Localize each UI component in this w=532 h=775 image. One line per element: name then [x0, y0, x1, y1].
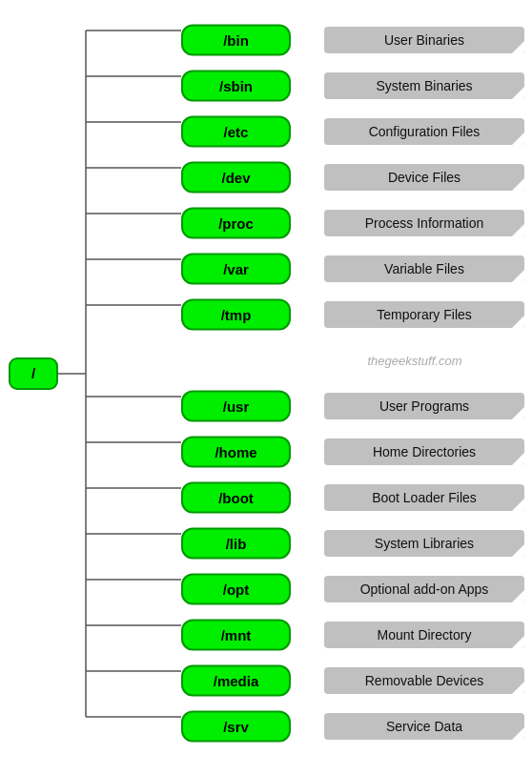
dir-description: Service Data	[324, 713, 524, 740]
dir-node: /tmp	[181, 299, 291, 331]
dir-node: /boot	[181, 482, 291, 514]
dir-description: Process Information	[324, 210, 524, 236]
list-item: /binUser Binaries	[0, 17, 532, 63]
dir-node: /proc	[181, 208, 291, 239]
dir-node: /bin	[181, 25, 291, 56]
dir-description: System Binaries	[324, 72, 524, 99]
dir-description: Optional add-on Apps	[324, 576, 524, 602]
list-item: /libSystem Libraries	[0, 520, 532, 566]
dir-node: /home	[181, 437, 291, 468]
dir-description: Variable Files	[324, 255, 524, 282]
dir-node: /sbin	[181, 71, 291, 102]
dir-description: User Binaries	[324, 27, 524, 53]
list-item: /homeHome Directories	[0, 429, 532, 475]
dir-description: Temporary Files	[324, 301, 524, 328]
dir-description: Device Files	[324, 164, 524, 191]
dir-node: /var	[181, 254, 291, 285]
dir-node: /dev	[181, 162, 291, 194]
dir-node: /opt	[181, 574, 291, 605]
list-item: /mediaRemovable Devices	[0, 658, 532, 704]
dir-description: Configuration Files	[324, 118, 524, 145]
list-item: /etcConfiguration Files	[0, 109, 532, 154]
list-item: /usrUser Programs	[0, 383, 532, 429]
dir-description: System Libraries	[324, 530, 524, 557]
list-item: /sbinSystem Binaries	[0, 63, 532, 109]
list-item: /procProcess Information	[0, 200, 532, 246]
list-item: /bootBoot Loader Files	[0, 475, 532, 520]
list-item: /varVariable Files	[0, 246, 532, 292]
dir-node: /usr	[181, 391, 291, 422]
dir-description: User Programs	[324, 393, 524, 419]
dir-node: /media	[181, 665, 291, 697]
dir-node: /etc	[181, 116, 291, 148]
list-item: /optOptional add-on Apps	[0, 566, 532, 612]
dir-node: /mnt	[181, 620, 291, 651]
dir-description: Mount Directory	[324, 622, 524, 648]
watermark-text: thegeekstuff.com	[315, 354, 515, 368]
list-item: /srvService Data	[0, 704, 532, 749]
list-item: thegeekstuff.com	[0, 337, 532, 383]
dir-node: /lib	[181, 528, 291, 560]
diagram: / /binUser Binaries/sbinSystem Binaries/…	[0, 0, 532, 775]
dir-description: Home Directories	[324, 438, 524, 465]
dir-description: Removable Devices	[324, 667, 524, 694]
list-item: /tmpTemporary Files	[0, 292, 532, 337]
dir-node: /srv	[181, 711, 291, 743]
list-item: /devDevice Files	[0, 154, 532, 200]
dir-description: Boot Loader Files	[324, 484, 524, 511]
list-item: /mntMount Directory	[0, 612, 532, 658]
